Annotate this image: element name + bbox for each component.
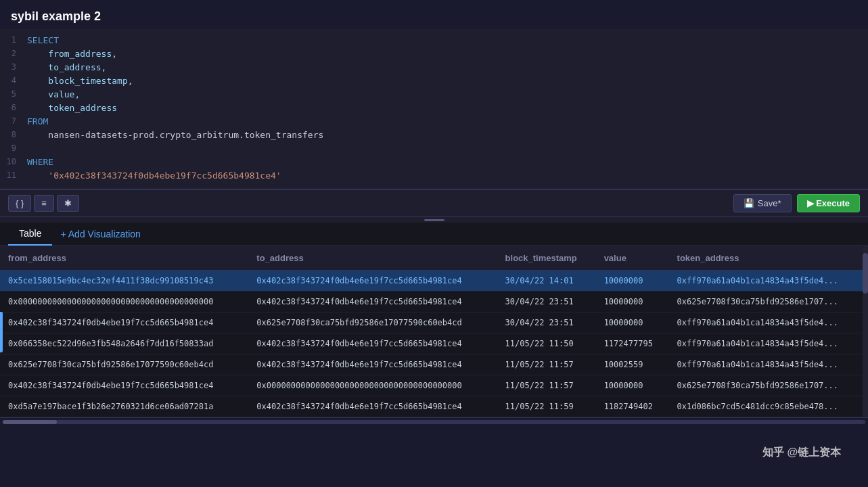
cell-from-address: 0x5ce158015e9bc4ec32ef4411f38dc99108519c… xyxy=(0,271,248,292)
table-header-row: from_address to_address block_timestamp … xyxy=(0,246,868,271)
code-line-11: 11 '0x402c38f343724f0db4ebe19f7cc5d665b4… xyxy=(0,170,868,183)
cell-value: 1172477795 xyxy=(596,333,669,354)
code-line-2: 2 from_address, xyxy=(0,48,868,62)
cell-token-address: 0x625e7708f30ca75bfd92586e1707... xyxy=(669,292,868,312)
cell-to-address: 0x402c38f343724f0db4e6e19f7cc5d665b4981c… xyxy=(248,333,497,354)
col-from-address: from_address xyxy=(0,246,248,271)
code-line-5: 5 value, xyxy=(0,89,868,102)
cell-block-timestamp: 11/05/22 11:57 xyxy=(497,354,596,375)
cell-from-address: 0xd5a7e197bace1f3b26e2760321d6ce06ad0728… xyxy=(0,396,248,417)
cell-token-address: 0x625e7708f30ca75bfd92586e1707... xyxy=(669,375,868,396)
cell-token-address: 0xff970a61a04b1ca14834a43f5de4... xyxy=(669,271,868,292)
cell-to-address: 0x00000000000000000000000000000000000000… xyxy=(248,375,497,396)
save-button[interactable]: 💾 Save* xyxy=(733,194,792,212)
code-line-3: 3 to_address, xyxy=(0,62,868,75)
table-row: 0x402c38f343724f0db4ebe19f7cc5d665b4981c… xyxy=(0,312,868,333)
cell-value: 10000000 xyxy=(596,312,669,333)
cell-block-timestamp: 11/05/22 11:57 xyxy=(497,375,596,396)
tabs-bar: Table + Add Visualization xyxy=(0,223,868,246)
results-area: Table + Add Visualization from_address t… xyxy=(0,223,868,425)
cell-value: 1182749402 xyxy=(596,396,669,417)
toolbar: { } ≡ ✱ 💾 Save* ▶ Execute xyxy=(0,189,868,217)
watermark: 知乎 @链上资本 xyxy=(762,446,841,460)
cell-value: 10000000 xyxy=(596,292,669,312)
code-line-10: 10 WHERE xyxy=(0,156,868,170)
cell-block-timestamp: 11/05/22 11:50 xyxy=(497,333,596,354)
cell-from-address: 0x066358ec522d96e3fb548a2646f7dd16f50833… xyxy=(0,333,248,354)
table-view-button[interactable]: ≡ xyxy=(34,195,54,212)
cell-to-address: 0x402c38f343724f0db4e6e19f7cc5d665b4981c… xyxy=(248,354,497,375)
col-block-timestamp: block_timestamp xyxy=(497,246,596,271)
code-line-4: 4 block_timestamp, xyxy=(0,75,868,89)
code-line-6: 6 token_address xyxy=(0,102,868,116)
scrollbar-thumb[interactable] xyxy=(863,253,868,294)
cell-value: 10000000 xyxy=(596,271,669,292)
toolbar-right: 💾 Save* ▶ Execute xyxy=(733,194,860,212)
cell-from-address: 0x00000000000000000000000000000000000000… xyxy=(0,292,248,312)
cell-to-address: 0x625e7708f30ca75bfd92586e17077590c60eb4… xyxy=(248,312,497,333)
cell-token-address: 0xff970a61a04b1ca14834a43f5de4... xyxy=(669,354,868,375)
cell-value: 10002559 xyxy=(596,354,669,375)
horizontal-scrollbar[interactable] xyxy=(0,417,868,425)
cell-from-address: 0x402c38f343724f0db4ebe19f7cc5d665b4981c… xyxy=(0,375,248,396)
cell-block-timestamp: 30/04/22 23:51 xyxy=(497,292,596,312)
code-line-7: 7 FROM xyxy=(0,116,868,129)
star-button[interactable]: ✱ xyxy=(57,195,79,212)
cell-from-address: 0x625e7708f30ca75bfd92586e17077590c60eb4… xyxy=(0,354,248,375)
results-table: from_address to_address block_timestamp … xyxy=(0,246,868,417)
tab-table[interactable]: Table xyxy=(8,223,52,246)
table-row: 0x00000000000000000000000000000000000000… xyxy=(0,292,868,312)
left-indicator xyxy=(0,312,3,352)
table-row: 0x5ce158015e9bc4ec32ef4411f38dc99108519c… xyxy=(0,271,868,292)
cell-to-address: 0x402c38f343724f0db4e6e19f7cc5d665b4981c… xyxy=(248,271,497,292)
cell-to-address: 0x402c38f343724f0db4e6e19f7cc5d665b4981c… xyxy=(248,292,497,312)
col-token-address: token_address xyxy=(669,246,868,271)
table-row: 0x402c38f343724f0db4ebe19f7cc5d665b4981c… xyxy=(0,375,868,396)
page-title: sybil example 2 xyxy=(0,0,868,29)
divider-dots xyxy=(424,219,444,221)
json-view-button[interactable]: { } xyxy=(8,195,31,212)
cell-token-address: 0x1d086bc7cd5c481dcc9c85ebe478... xyxy=(669,396,868,417)
cell-token-address: 0xff970a61a04b1ca14834a43f5de4... xyxy=(669,312,868,333)
table-row: 0xd5a7e197bace1f3b26e2760321d6ce06ad0728… xyxy=(0,396,868,417)
results-table-wrapper[interactable]: from_address to_address block_timestamp … xyxy=(0,246,868,417)
col-value: value xyxy=(596,246,669,271)
divider-handle[interactable] xyxy=(0,217,868,223)
save-icon: 💾 xyxy=(744,198,754,208)
vertical-scrollbar[interactable] xyxy=(863,246,868,417)
cell-value: 10000000 xyxy=(596,375,669,396)
code-line-1: 1 SELECT xyxy=(0,34,868,48)
table-row: 0x066358ec522d96e3fb548a2646f7dd16f50833… xyxy=(0,333,868,354)
col-to-address: to_address xyxy=(248,246,497,271)
table-row: 0x625e7708f30ca75bfd92586e17077590c60eb4… xyxy=(0,354,868,375)
code-line-8: 8 nansen-datasets-prod.crypto_arbitrum.t… xyxy=(0,129,868,143)
code-line-9: 9 xyxy=(0,143,868,156)
cell-block-timestamp: 30/04/22 14:01 xyxy=(497,271,596,292)
toolbar-left: { } ≡ ✱ xyxy=(8,195,79,212)
code-editor[interactable]: 1 SELECT 2 from_address, 3 to_address, 4… xyxy=(0,29,868,189)
cell-block-timestamp: 30/04/22 23:51 xyxy=(497,312,596,333)
add-visualization-button[interactable]: + Add Visualization xyxy=(52,223,148,245)
cell-from-address: 0x402c38f343724f0db4ebe19f7cc5d665b4981c… xyxy=(0,312,248,333)
table-body: 0x5ce158015e9bc4ec32ef4411f38dc99108519c… xyxy=(0,271,868,417)
cell-block-timestamp: 11/05/22 11:59 xyxy=(497,396,596,417)
cell-token-address: 0xff970a61a04b1ca14834a43f5de4... xyxy=(669,333,868,354)
execute-button[interactable]: ▶ Execute xyxy=(797,194,860,212)
h-scrollbar-thumb[interactable] xyxy=(3,420,57,424)
cell-to-address: 0x402c38f343724f0db4e6e19f7cc5d665b4981c… xyxy=(248,396,497,417)
h-scrollbar-track xyxy=(3,420,865,424)
